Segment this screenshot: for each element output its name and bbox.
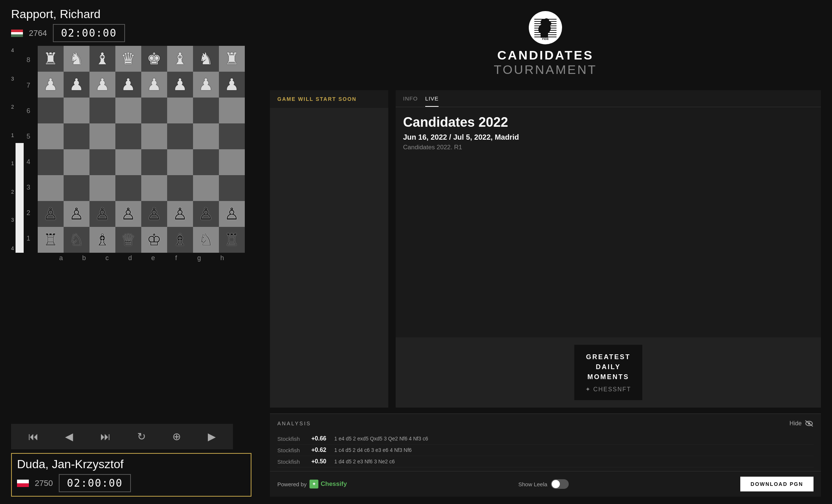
file-labels: a b c d e f g h [27, 253, 234, 262]
board-rank-row: 8 7 6 5 4 3 2 1 ♜♞♝♛♚♝♞♜♟♟♟♟♟♟♟♟♙♙♙♙♙♙♙♙… [27, 46, 251, 253]
hide-label: Hide [789, 420, 802, 427]
square[interactable] [193, 123, 219, 149]
square[interactable] [167, 98, 193, 123]
player-bottom-timer: 02:00:00 [59, 474, 131, 492]
hide-button[interactable]: Hide [789, 419, 814, 428]
square[interactable] [64, 123, 89, 149]
eval-bar [16, 46, 24, 253]
square[interactable] [141, 175, 167, 201]
chessnft-ad[interactable]: GREATESTDAILYMOMENTS ✦ CHESSNFT [396, 337, 821, 408]
candidates-label: CANDIDATES [497, 48, 593, 62]
square[interactable] [193, 98, 219, 123]
square[interactable]: ♟ [193, 72, 219, 98]
square[interactable] [193, 149, 219, 175]
square[interactable]: ♟ [89, 72, 115, 98]
square[interactable]: ♞ [64, 46, 89, 72]
tab-info[interactable]: INFO [403, 95, 418, 107]
square[interactable]: ♙ [89, 201, 115, 227]
square[interactable] [38, 123, 64, 149]
next-move-button[interactable]: ⏭ [97, 429, 114, 444]
info-live-panel: INFO LIVE Candidates 2022 Jun 16, 2022 /… [396, 90, 821, 337]
leela-toggle[interactable] [551, 479, 569, 489]
square[interactable]: ♙ [167, 201, 193, 227]
square[interactable]: ♗ [167, 227, 193, 253]
download-pgn-button[interactable]: DOWNLOAD PGN [740, 477, 814, 491]
square[interactable] [167, 149, 193, 175]
square[interactable]: ♞ [193, 46, 219, 72]
move-line: 1 e4 d5 2 exd5 Qxd5 3 Qe2 Nf6 4 Nf3 c6 [334, 436, 814, 442]
square[interactable]: ♟ [115, 72, 141, 98]
tab-live[interactable]: LIVE [425, 95, 439, 107]
square[interactable] [89, 98, 115, 123]
square[interactable] [38, 175, 64, 201]
square[interactable]: ♔ [141, 227, 167, 253]
square[interactable] [141, 123, 167, 149]
first-move-button[interactable]: ⏮ [24, 429, 42, 444]
square[interactable]: ♟ [141, 72, 167, 98]
eval-bar-white [16, 143, 24, 253]
eval-numbers: 4 3 2 1 1 2 3 4 [11, 46, 14, 253]
square[interactable] [64, 175, 89, 201]
square[interactable]: ♖ [38, 227, 64, 253]
square[interactable]: ♕ [115, 227, 141, 253]
square[interactable] [89, 149, 115, 175]
square[interactable] [193, 175, 219, 201]
analysis-header: ANALYSIS Hide [270, 414, 821, 433]
square[interactable]: ♛ [115, 46, 141, 72]
prev-move-button[interactable]: ◀ [61, 429, 77, 444]
right-info-col: INFO LIVE Candidates 2022 Jun 16, 2022 /… [396, 90, 821, 408]
square[interactable]: ♙ [38, 201, 64, 227]
square[interactable]: ♜ [38, 46, 64, 72]
square[interactable] [115, 149, 141, 175]
square[interactable]: ♖ [219, 227, 245, 253]
square[interactable]: ♙ [193, 201, 219, 227]
square[interactable]: ♟ [167, 72, 193, 98]
square[interactable]: ♟ [64, 72, 89, 98]
square[interactable] [89, 123, 115, 149]
move-line: 1 c4 d5 2 d4 c6 3 e3 e6 4 Nf3 Nf6 [334, 447, 814, 453]
cursor-plus-button[interactable]: ⊕ [169, 429, 185, 444]
square[interactable]: ♝ [167, 46, 193, 72]
square[interactable]: ♙ [141, 201, 167, 227]
square[interactable] [167, 175, 193, 201]
square[interactable] [219, 175, 245, 201]
square[interactable]: ♟ [219, 72, 245, 98]
tournament-dates: Jun 16, 2022 / Jul 5, 2022, Madrid [403, 133, 814, 142]
square[interactable]: ♝ [89, 46, 115, 72]
square[interactable]: ♙ [115, 201, 141, 227]
square[interactable]: ♟ [38, 72, 64, 98]
square[interactable]: ♘ [64, 227, 89, 253]
square[interactable] [219, 123, 245, 149]
square[interactable] [89, 175, 115, 201]
chess-board[interactable]: ♜♞♝♛♚♝♞♜♟♟♟♟♟♟♟♟♙♙♙♙♙♙♙♙♖♘♗♕♔♗♘♖ [38, 46, 245, 253]
square[interactable] [115, 98, 141, 123]
square[interactable] [219, 149, 245, 175]
square[interactable] [115, 175, 141, 201]
square[interactable] [64, 149, 89, 175]
square[interactable]: ♘ [193, 227, 219, 253]
square[interactable] [115, 123, 141, 149]
square[interactable] [38, 98, 64, 123]
square[interactable]: ♙ [219, 201, 245, 227]
board-container: 4 3 2 1 1 2 3 4 8 7 6 5 [11, 46, 251, 422]
square[interactable] [141, 98, 167, 123]
square[interactable]: ♜ [219, 46, 245, 72]
player-top-timer: 02:00:00 [53, 24, 125, 42]
square[interactable] [219, 98, 245, 123]
tournament-name: Candidates 2022 [403, 115, 814, 130]
player-bottom: Duda, Jan-Krzysztof 2750 02:00:00 [11, 453, 251, 497]
rotate-board-button[interactable]: ↻ [133, 429, 149, 444]
square[interactable] [38, 149, 64, 175]
square[interactable] [167, 123, 193, 149]
powered-by-label: Powered by [277, 481, 307, 487]
chessnft-brand: ✦ CHESSNFT [585, 386, 631, 393]
square[interactable]: ♚ [141, 46, 167, 72]
square[interactable]: ♙ [64, 201, 89, 227]
board-wrapper: 8 7 6 5 4 3 2 1 ♜♞♝♛♚♝♞♜♟♟♟♟♟♟♟♟♙♙♙♙♙♙♙♙… [27, 46, 251, 422]
square[interactable]: ♗ [89, 227, 115, 253]
last-move-button[interactable]: ▶ [204, 429, 220, 444]
controls-bar: ⏮ ◀ ⏭ ↻ ⊕ ▶ [11, 424, 233, 449]
square[interactable] [141, 149, 167, 175]
square[interactable] [64, 98, 89, 123]
analysis-title: ANALYSIS [277, 420, 311, 426]
